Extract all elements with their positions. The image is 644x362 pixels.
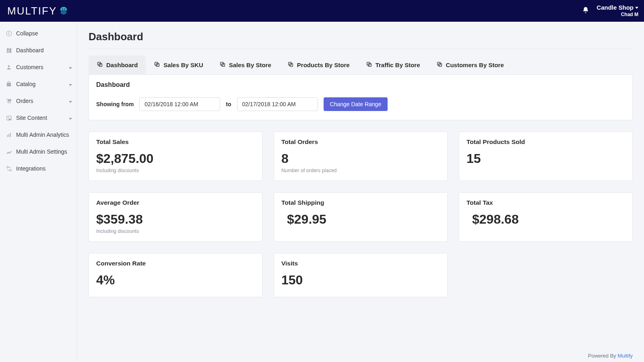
svg-point-12 (10, 169, 11, 171)
user-icon (6, 64, 12, 70)
date-to-input[interactable] (237, 97, 318, 111)
metric-title: Total Tax (466, 199, 625, 206)
metric-value: 15 (466, 151, 625, 166)
copy-icon (436, 61, 443, 69)
metric-title: Average Order (96, 199, 255, 206)
sidebar: CollapseDashboardCustomersCatalogOrdersS… (0, 22, 77, 362)
bag-icon (6, 81, 12, 87)
cart-icon (6, 98, 12, 104)
sidebar-item-integrations[interactable]: Integrations (0, 160, 77, 177)
brand-text: MULTIFY (7, 5, 57, 17)
sidebar-item-multi-admin-analytics[interactable]: Multi Admin Analytics (0, 126, 77, 143)
tab-label: Products By Store (297, 62, 350, 68)
copy-icon (154, 61, 160, 69)
sidebar-item-dashboard[interactable]: Dashboard (0, 42, 77, 59)
svg-point-2 (6, 31, 12, 36)
shop-name-text: Candle Shop (597, 4, 634, 11)
dashboard-icon (6, 47, 12, 53)
sidebar-item-site-content[interactable]: Site Content (0, 109, 77, 126)
filter-row: Showing from to Change Date Range (96, 97, 625, 111)
metric-subtitle: Including discounts (96, 228, 255, 234)
date-from-input[interactable] (139, 97, 220, 111)
sidebar-item-label: Catalog (16, 81, 35, 87)
tab-label: Traffic By Store (376, 62, 420, 68)
title-divider (89, 49, 633, 49)
tab-traffic-by-store[interactable]: Traffic By Store (358, 56, 428, 74)
tab-label: Dashboard (106, 62, 138, 68)
copy-icon (366, 61, 372, 69)
settings-icon (6, 148, 12, 155)
chevron-down-icon (635, 7, 638, 9)
metric-card-total-shipping: Total Shipping$29.95 (274, 192, 448, 242)
tab-sales-by-sku[interactable]: Sales By SKU (146, 56, 211, 74)
sidebar-item-label: Orders (16, 98, 33, 104)
tab-sales-by-store[interactable]: Sales By Store (211, 56, 279, 74)
header-right: Candle Shop Chad M (582, 4, 638, 17)
change-date-range-button[interactable]: Change Date Range (324, 97, 388, 111)
top-header: MULTIFY Candle Shop Chad M (0, 0, 644, 22)
metric-card-total-orders: Total Orders8Number of orders placed (274, 132, 448, 181)
svg-rect-8 (7, 135, 8, 137)
svg-rect-9 (8, 134, 9, 137)
metric-title: Total Sales (96, 138, 255, 146)
metric-value: $2,875.00 (96, 151, 255, 166)
brand-logo[interactable]: MULTIFY (7, 5, 68, 17)
sidebar-item-label: Multi Admin Settings (16, 148, 67, 155)
metric-subtitle: Including discounts (96, 168, 255, 173)
metric-title: Total Shipping (281, 199, 440, 206)
showing-label: Showing from (96, 101, 134, 107)
svg-point-5 (10, 103, 10, 103)
metric-card-total-sales: Total Sales$2,875.00Including discounts (89, 132, 262, 181)
sidebar-item-label: Site Content (16, 115, 47, 121)
tab-products-by-store[interactable]: Products By Store (279, 56, 358, 74)
tab-dashboard[interactable]: Dashboard (89, 56, 146, 74)
tab-label: Sales By SKU (163, 62, 203, 68)
footer-text: Powered By (588, 353, 618, 359)
metric-card-total-products-sold: Total Products Sold15 (459, 132, 633, 181)
metric-title: Visits (281, 260, 440, 267)
to-label: to (226, 101, 231, 107)
chevron-down-icon (69, 98, 72, 104)
sidebar-item-multi-admin-settings[interactable]: Multi Admin Settings (0, 143, 77, 160)
sidebar-item-orders[interactable]: Orders (0, 93, 77, 109)
jellyfish-icon (59, 6, 68, 16)
metric-value: 4% (96, 273, 255, 288)
filter-card: Dashboard Showing from to Change Date Ra… (89, 74, 633, 120)
copy-icon (287, 61, 294, 69)
copy-icon (219, 61, 226, 69)
chevron-down-icon (69, 81, 72, 87)
chevron-down-icon (69, 115, 72, 121)
sidebar-item-collapse[interactable]: Collapse (0, 25, 77, 42)
sidebar-item-label: Integrations (16, 165, 45, 172)
footer: Powered By Multify (588, 353, 633, 359)
user-name: Chad M (597, 12, 638, 17)
bell-icon[interactable] (582, 6, 589, 15)
chevron-down-icon (69, 64, 72, 70)
chart-icon (6, 132, 12, 138)
svg-point-4 (8, 103, 8, 103)
metric-value: $359.38 (96, 212, 255, 227)
svg-point-0 (62, 8, 63, 10)
metric-title: Conversion Rate (96, 260, 255, 267)
sidebar-item-label: Dashboard (16, 47, 44, 53)
tab-label: Sales By Store (229, 62, 271, 68)
chevron-left-circle-icon (6, 30, 12, 37)
shop-selector[interactable]: Candle Shop Chad M (597, 4, 638, 17)
metric-value: $298.68 (466, 212, 625, 227)
svg-point-3 (8, 65, 10, 67)
metric-card-total-tax: Total Tax$298.68 (459, 192, 633, 242)
tab-customers-by-store[interactable]: Customers By Store (428, 56, 512, 74)
metrics-grid: Total Sales$2,875.00Including discountsT… (89, 132, 633, 297)
sidebar-item-label: Multi Admin Analytics (16, 132, 69, 138)
footer-link[interactable]: Multify (617, 353, 633, 359)
svg-point-11 (6, 166, 8, 168)
metric-card-visits: Visits150 (274, 253, 448, 297)
svg-rect-10 (10, 133, 11, 137)
metric-card-average-order: Average Order$359.38Including discounts (89, 192, 262, 242)
copy-icon (97, 61, 103, 69)
sidebar-item-customers[interactable]: Customers (0, 59, 77, 76)
main-content: Dashboard DashboardSales By SKUSales By … (77, 22, 644, 362)
tab-label: Customers By Store (446, 62, 504, 68)
report-tabs: DashboardSales By SKUSales By StoreProdu… (89, 56, 633, 74)
sidebar-item-catalog[interactable]: Catalog (0, 76, 77, 93)
